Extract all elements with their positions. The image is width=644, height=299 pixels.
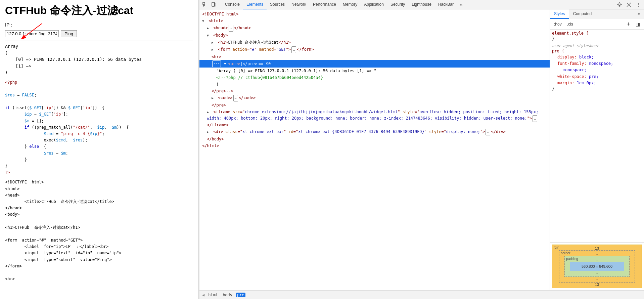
- box-margin-right: -: [635, 250, 640, 283]
- ip-form: Ping: [5, 30, 193, 37]
- styles-tabs: Styles Computed »: [550, 9, 644, 19]
- page-content: CTFHub 命令注入-过滤cat IP： Ping Array ( [0] =…: [0, 0, 198, 299]
- style-prop-whitespace: white-space: pre;: [552, 74, 642, 80]
- box-model-content: 560.800 × 849.600: [570, 262, 624, 271]
- ip-label: IP：: [5, 22, 193, 28]
- tab-performance[interactable]: Performance: [310, 0, 339, 9]
- tab-memory[interactable]: Memory: [339, 0, 361, 9]
- devtools-content: <!DOCTYPE html> ▼ <html> ▶ <head>…</head…: [199, 9, 644, 290]
- box-padding-right: -: [624, 262, 628, 271]
- box-model-margin: rgin 13 - border -: [552, 245, 642, 288]
- dom-line-code: ▶ <code>…</code>: [199, 94, 550, 102]
- tab-lighthouse[interactable]: Lighthouse: [408, 0, 435, 9]
- style-selector: element.style {: [552, 31, 642, 36]
- dom-panel[interactable]: <!DOCTYPE html> ▼ <html> ▶ <head>…</head…: [199, 9, 550, 290]
- breadcrumb-html[interactable]: html: [207, 293, 219, 297]
- styles-tab-chevron[interactable]: »: [634, 9, 644, 19]
- box-model-padding-wrap: padding - - 560.800 × 849.600 -: [564, 256, 629, 277]
- dom-line-body-close: </body>: [199, 136, 550, 142]
- dom-line-xl-div: ▶ <div class="xl-chrome-ext-bar" id="xl_…: [199, 128, 550, 136]
- dom-line-head: ▶ <head>…</head>: [199, 25, 550, 32]
- dom-line-iframe: ▶ <iframe src="chrome-extension://jajilb…: [199, 109, 550, 128]
- svg-point-6: [619, 4, 620, 5]
- more-options-button[interactable]: ⋮: [634, 0, 643, 9]
- hov-button[interactable]: :hov: [552, 21, 564, 27]
- dom-line-doctype: <!DOCTYPE html>: [199, 11, 550, 17]
- style-selector-pre: pre {: [552, 49, 642, 53]
- devtools-panel: Console Elements Sources Network Perform…: [199, 0, 644, 299]
- box-margin-bottom: 13: [554, 283, 640, 287]
- styles-content: element.style { } user agent stylesheet …: [550, 30, 644, 242]
- style-rule-element: element.style { }: [552, 31, 642, 41]
- dom-line-hr: <hr>: [199, 53, 550, 60]
- styles-tab-computed[interactable]: Computed: [569, 9, 596, 19]
- page-title: CTFHub 命令注入-过滤cat: [5, 3, 193, 18]
- breadcrumb-pre[interactable]: pre: [236, 293, 245, 297]
- ip-input[interactable]: [5, 30, 59, 37]
- tab-application[interactable]: Application: [361, 0, 387, 9]
- box-model-panel: rgin 13 - border -: [550, 242, 644, 290]
- styles-tab-styles[interactable]: Styles: [550, 9, 569, 19]
- breadcrumb-body[interactable]: body: [222, 293, 233, 297]
- box-border-left: -: [561, 256, 565, 277]
- svg-rect-5: [215, 3, 216, 6]
- add-style-button[interactable]: +: [625, 20, 632, 28]
- page-source: <?php $res = FALSE; if (isset($_GET['ip'…: [5, 79, 193, 176]
- dom-line-pre-text: "Array ( [0] => PING 127.0.0.1 (127.0.0.…: [199, 68, 550, 74]
- style-prop-fontfamily: font-family: monospace;: [552, 60, 642, 67]
- box-border-right: -: [630, 256, 634, 277]
- devtools-breadcrumb: ◀ html body pre: [199, 290, 644, 299]
- device-toolbar-button[interactable]: [210, 0, 218, 9]
- style-prop-margin: margin: 1em 0px;: [552, 80, 642, 86]
- dom-line-pre-selected[interactable]: ··· ▼ <pre> |</pre> == $0: [199, 60, 550, 68]
- dom-line-paren: ): [199, 81, 550, 88]
- dom-line-form: ▶ <form action="#" method="GET">…</form>: [199, 46, 550, 53]
- styles-toolbar: :hov .cls + ◨: [550, 19, 644, 30]
- dom-line-body: ▼ <body>: [199, 32, 550, 39]
- ping-button[interactable]: Ping: [61, 30, 77, 37]
- dom-line-comment: <!--?php // ctfhub{081b467bb604beed44250…: [199, 74, 550, 81]
- styles-panel: Styles Computed » :hov .cls + ◨: [550, 9, 644, 290]
- box-margin-top: 13: [554, 246, 640, 250]
- tab-network[interactable]: Network: [288, 0, 310, 9]
- more-tabs-button[interactable]: »: [457, 0, 466, 9]
- dom-line-html: ▼ <html>: [199, 17, 550, 25]
- inspect-element-button[interactable]: [201, 0, 210, 9]
- box-border-bottom: -: [561, 277, 634, 281]
- close-devtools-button[interactable]: [625, 0, 633, 9]
- breadcrumb-arrow[interactable]: ◀: [202, 293, 204, 297]
- style-prop-fontfamily2: monospace;: [552, 67, 642, 73]
- style-origin: user agent stylesheet: [552, 44, 642, 48]
- box-margin-left: -: [554, 250, 559, 283]
- cls-button[interactable]: .cls: [565, 21, 575, 27]
- box-border-top: -: [561, 252, 634, 256]
- svg-rect-1: [203, 2, 205, 4]
- force-element-state-button[interactable]: ◨: [634, 21, 642, 28]
- divider: [5, 41, 193, 41]
- style-prop-display: display: block;: [552, 54, 642, 60]
- page-html-source: <!DOCTYPE html> <html> <head> <title>CTF…: [5, 179, 193, 282]
- tab-security[interactable]: Security: [387, 0, 408, 9]
- settings-button[interactable]: [615, 0, 624, 9]
- svg-rect-4: [212, 2, 215, 6]
- tab-elements[interactable]: Elements: [243, 0, 267, 9]
- box-padding-left: -: [566, 262, 570, 271]
- dom-line-pre-close-comment: </pre>-->: [199, 88, 550, 94]
- page-output: Array ( [0] => PING 127.0.0.1 (127.0.0.1…: [5, 43, 193, 76]
- style-rule-ua: user agent stylesheet pre { display: blo…: [552, 44, 642, 91]
- dom-line-html-close: </html>: [199, 142, 550, 149]
- tab-console[interactable]: Console: [222, 0, 243, 9]
- dom-line-pre-end: </pre>: [199, 102, 550, 109]
- tab-hackbar[interactable]: HackBar: [435, 0, 457, 9]
- dom-line-h1: ▶ <h1>CTFHub 命令注入-过滤cat</h1>: [199, 39, 550, 46]
- box-model-border-wrap: border - - padding -: [559, 250, 635, 283]
- tab-sources[interactable]: Sources: [267, 0, 288, 9]
- devtools-toolbar: Console Elements Sources Network Perform…: [199, 0, 644, 9]
- box-padding-bottom: -: [566, 271, 628, 275]
